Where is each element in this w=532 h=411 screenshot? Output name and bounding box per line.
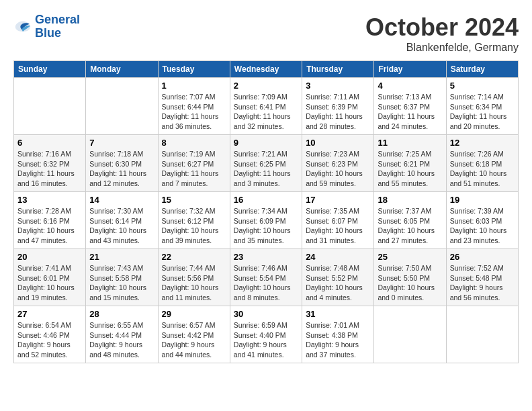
day-info: Sunrise: 7:11 AMSunset: 6:39 PMDaylight:… xyxy=(306,92,370,132)
calendar-table: SundayMondayTuesdayWednesdayThursdayFrid… xyxy=(13,60,519,363)
location: Blankenfelde, Germany xyxy=(365,42,519,54)
weekday-header-monday: Monday xyxy=(86,61,158,78)
day-info: Sunrise: 7:13 AMSunset: 6:37 PMDaylight:… xyxy=(378,92,442,132)
day-info: Sunrise: 7:50 AMSunset: 5:50 PMDaylight:… xyxy=(378,263,442,303)
day-number: 3 xyxy=(306,81,370,91)
day-number: 4 xyxy=(378,81,442,91)
calendar-cell: 18Sunrise: 7:37 AMSunset: 6:05 PMDayligh… xyxy=(374,192,446,249)
calendar-cell xyxy=(446,306,518,363)
day-info: Sunrise: 7:48 AMSunset: 5:52 PMDaylight:… xyxy=(306,263,370,303)
logo-text: General Blue xyxy=(35,13,80,40)
logo-line1: General xyxy=(35,13,80,26)
day-number: 2 xyxy=(234,81,298,91)
day-number: 16 xyxy=(234,195,298,205)
day-number: 14 xyxy=(89,195,154,205)
weekday-header-friday: Friday xyxy=(374,61,446,78)
day-info: Sunrise: 7:41 AMSunset: 6:01 PMDaylight:… xyxy=(17,263,82,303)
calendar-cell: 19Sunrise: 7:39 AMSunset: 6:03 PMDayligh… xyxy=(446,192,518,249)
calendar-cell: 13Sunrise: 7:28 AMSunset: 6:16 PMDayligh… xyxy=(14,192,86,249)
day-number: 11 xyxy=(378,138,442,148)
calendar-cell: 28Sunrise: 6:55 AMSunset: 4:44 PMDayligh… xyxy=(86,306,158,363)
calendar-cell xyxy=(374,306,446,363)
calendar-cell: 20Sunrise: 7:41 AMSunset: 6:01 PMDayligh… xyxy=(14,249,86,306)
calendar-cell: 24Sunrise: 7:48 AMSunset: 5:52 PMDayligh… xyxy=(302,249,374,306)
calendar-cell: 23Sunrise: 7:46 AMSunset: 5:54 PMDayligh… xyxy=(230,249,302,306)
logo-line2: Blue xyxy=(35,26,61,40)
month-title: October 2024 xyxy=(365,13,519,42)
calendar-cell: 10Sunrise: 7:23 AMSunset: 6:23 PMDayligh… xyxy=(302,135,374,192)
calendar-cell: 30Sunrise: 6:59 AMSunset: 4:40 PMDayligh… xyxy=(230,306,302,363)
day-info: Sunrise: 7:16 AMSunset: 6:32 PMDaylight:… xyxy=(17,149,82,189)
day-info: Sunrise: 6:59 AMSunset: 4:40 PMDaylight:… xyxy=(234,320,298,360)
calendar-cell: 3Sunrise: 7:11 AMSunset: 6:39 PMDaylight… xyxy=(302,78,374,135)
calendar-week-row: 13Sunrise: 7:28 AMSunset: 6:16 PMDayligh… xyxy=(14,192,519,249)
calendar-cell: 29Sunrise: 6:57 AMSunset: 4:42 PMDayligh… xyxy=(158,306,230,363)
day-number: 13 xyxy=(17,195,82,205)
calendar-cell: 27Sunrise: 6:54 AMSunset: 4:46 PMDayligh… xyxy=(14,306,86,363)
day-number: 17 xyxy=(306,195,370,205)
day-info: Sunrise: 7:07 AMSunset: 6:44 PMDaylight:… xyxy=(162,92,226,132)
day-info: Sunrise: 7:30 AMSunset: 6:14 PMDaylight:… xyxy=(89,206,154,246)
day-info: Sunrise: 7:37 AMSunset: 6:05 PMDaylight:… xyxy=(378,206,442,246)
day-number: 12 xyxy=(450,138,515,148)
day-info: Sunrise: 7:52 AMSunset: 5:48 PMDaylight:… xyxy=(450,263,515,303)
day-number: 10 xyxy=(306,138,370,148)
calendar-cell: 21Sunrise: 7:43 AMSunset: 5:58 PMDayligh… xyxy=(86,249,158,306)
weekday-header-tuesday: Tuesday xyxy=(158,61,230,78)
calendar-header-row: SundayMondayTuesdayWednesdayThursdayFrid… xyxy=(14,61,519,78)
calendar-cell: 1Sunrise: 7:07 AMSunset: 6:44 PMDaylight… xyxy=(158,78,230,135)
day-number: 5 xyxy=(450,81,515,91)
day-info: Sunrise: 7:09 AMSunset: 6:41 PMDaylight:… xyxy=(234,92,298,132)
day-number: 28 xyxy=(89,309,154,319)
day-info: Sunrise: 7:32 AMSunset: 6:12 PMDaylight:… xyxy=(162,206,226,246)
calendar-cell: 16Sunrise: 7:34 AMSunset: 6:09 PMDayligh… xyxy=(230,192,302,249)
day-number: 23 xyxy=(234,252,298,262)
day-number: 21 xyxy=(89,252,154,262)
day-number: 6 xyxy=(17,138,82,148)
day-info: Sunrise: 7:46 AMSunset: 5:54 PMDaylight:… xyxy=(234,263,298,303)
calendar-cell: 31Sunrise: 7:01 AMSunset: 4:38 PMDayligh… xyxy=(302,306,374,363)
day-info: Sunrise: 7:23 AMSunset: 6:23 PMDaylight:… xyxy=(306,149,370,189)
calendar-week-row: 6Sunrise: 7:16 AMSunset: 6:32 PMDaylight… xyxy=(14,135,519,192)
day-number: 26 xyxy=(450,252,515,262)
weekday-header-sunday: Sunday xyxy=(14,61,86,78)
day-info: Sunrise: 7:19 AMSunset: 6:27 PMDaylight:… xyxy=(162,149,226,189)
day-number: 29 xyxy=(162,309,226,319)
day-number: 1 xyxy=(162,81,226,91)
calendar-cell: 5Sunrise: 7:14 AMSunset: 6:34 PMDaylight… xyxy=(446,78,518,135)
calendar-week-row: 1Sunrise: 7:07 AMSunset: 6:44 PMDaylight… xyxy=(14,78,519,135)
day-info: Sunrise: 7:18 AMSunset: 6:30 PMDaylight:… xyxy=(89,149,154,189)
calendar-cell xyxy=(14,78,86,135)
day-info: Sunrise: 7:01 AMSunset: 4:38 PMDaylight:… xyxy=(306,320,370,360)
weekday-header-thursday: Thursday xyxy=(302,61,374,78)
logo-icon xyxy=(13,17,32,36)
day-number: 25 xyxy=(378,252,442,262)
calendar-cell: 22Sunrise: 7:44 AMSunset: 5:56 PMDayligh… xyxy=(158,249,230,306)
calendar-cell: 9Sunrise: 7:21 AMSunset: 6:25 PMDaylight… xyxy=(230,135,302,192)
day-info: Sunrise: 6:54 AMSunset: 4:46 PMDaylight:… xyxy=(17,320,82,360)
calendar-cell: 6Sunrise: 7:16 AMSunset: 6:32 PMDaylight… xyxy=(14,135,86,192)
day-number: 7 xyxy=(89,138,154,148)
day-info: Sunrise: 7:43 AMSunset: 5:58 PMDaylight:… xyxy=(89,263,154,303)
day-info: Sunrise: 7:39 AMSunset: 6:03 PMDaylight:… xyxy=(450,206,515,246)
day-number: 18 xyxy=(378,195,442,205)
day-number: 15 xyxy=(162,195,226,205)
logo: General Blue xyxy=(13,13,80,40)
title-block: October 2024 Blankenfelde, Germany xyxy=(365,13,519,54)
day-info: Sunrise: 7:25 AMSunset: 6:21 PMDaylight:… xyxy=(378,149,442,189)
weekday-header-wednesday: Wednesday xyxy=(230,61,302,78)
day-number: 8 xyxy=(162,138,226,148)
day-number: 20 xyxy=(17,252,82,262)
day-number: 30 xyxy=(234,309,298,319)
calendar-cell: 14Sunrise: 7:30 AMSunset: 6:14 PMDayligh… xyxy=(86,192,158,249)
day-number: 31 xyxy=(306,309,370,319)
calendar-week-row: 27Sunrise: 6:54 AMSunset: 4:46 PMDayligh… xyxy=(14,306,519,363)
weekday-header-saturday: Saturday xyxy=(446,61,518,78)
calendar-cell: 17Sunrise: 7:35 AMSunset: 6:07 PMDayligh… xyxy=(302,192,374,249)
calendar-cell: 7Sunrise: 7:18 AMSunset: 6:30 PMDaylight… xyxy=(86,135,158,192)
calendar-cell: 11Sunrise: 7:25 AMSunset: 6:21 PMDayligh… xyxy=(374,135,446,192)
calendar-cell: 12Sunrise: 7:26 AMSunset: 6:18 PMDayligh… xyxy=(446,135,518,192)
day-info: Sunrise: 6:57 AMSunset: 4:42 PMDaylight:… xyxy=(162,320,226,360)
day-number: 19 xyxy=(450,195,515,205)
day-info: Sunrise: 7:34 AMSunset: 6:09 PMDaylight:… xyxy=(234,206,298,246)
